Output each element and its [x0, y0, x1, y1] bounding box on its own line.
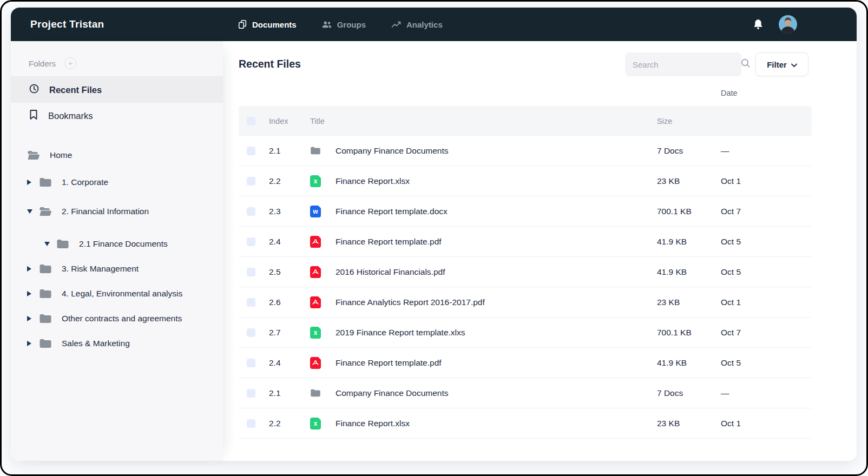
row-title[interactable]: Company Finance Documents	[336, 388, 657, 398]
app-title: Project Tristan	[30, 18, 104, 30]
tree-folder-item[interactable]: Home	[11, 143, 223, 168]
main-content: Recent Files Filter Date	[223, 41, 857, 461]
folder-icon	[310, 145, 321, 157]
docx-file-icon: w	[310, 206, 321, 217]
filter-button[interactable]: Filter	[755, 52, 808, 76]
row-index: 2.4	[269, 237, 310, 247]
row-checkbox[interactable]	[247, 359, 255, 367]
nav-groups-label: Groups	[337, 20, 366, 29]
row-checkbox[interactable]	[247, 207, 255, 216]
row-title[interactable]: Finance Report.xlsx	[336, 176, 657, 186]
table-row[interactable]: 2.1 x w Company Finance Documents 7 Docs…	[239, 378, 812, 408]
row-title[interactable]: Finance Report template.pdf	[336, 358, 657, 368]
bookmark-icon	[29, 109, 38, 122]
table-row[interactable]: 2.3 x w Finance Report template.docx 700…	[239, 196, 812, 227]
caret-icon[interactable]	[44, 242, 56, 246]
table-row[interactable]: 2.2 x w Finance Report.xlsx 23 KB Oct 1	[239, 408, 812, 439]
row-title[interactable]: Finance Analytics Report 2016-2017.pdf	[336, 298, 657, 307]
tree-folder-label: 2.1 Finance Documents	[79, 239, 168, 249]
folder-icon	[39, 288, 52, 299]
table-row[interactable]: 2.7 x w 2019 Finance Report template.xlx…	[239, 318, 812, 348]
caret-icon[interactable]	[27, 266, 39, 272]
row-checkbox[interactable]	[247, 147, 255, 155]
row-checkbox[interactable]	[247, 389, 255, 398]
row-date: —	[721, 146, 812, 156]
row-date: Oct 5	[721, 267, 812, 277]
folders-section-label: Folders	[29, 59, 56, 68]
header-size[interactable]: Size	[657, 117, 721, 125]
row-checkbox[interactable]	[247, 419, 255, 428]
folder-icon	[39, 206, 52, 217]
header-index[interactable]: Index	[269, 117, 310, 125]
row-checkbox[interactable]	[247, 268, 255, 276]
row-size: 23 KB	[657, 419, 721, 428]
row-title[interactable]: 2019 Finance Report template.xlxs	[336, 328, 657, 338]
chevron-down-icon	[791, 60, 797, 69]
row-index: 2.2	[269, 419, 310, 428]
row-checkbox[interactable]	[247, 177, 255, 186]
pdf-file-icon	[310, 236, 321, 248]
table-row[interactable]: 2.1 x w Company Finance Documents 7 Docs…	[239, 136, 812, 166]
tree-folder-label: 4. Legal, Environmental analysis	[62, 289, 182, 299]
table-header: Index Title Size	[239, 106, 812, 136]
tree-folder-label: 2. Financial Information	[62, 207, 149, 216]
plus-circle-icon[interactable]: +	[64, 57, 76, 69]
caret-icon[interactable]	[27, 209, 39, 214]
clock-icon	[29, 83, 40, 96]
row-size: 7 Docs	[657, 388, 721, 398]
pdf-file-icon	[310, 266, 321, 278]
date-column-label: Date	[721, 89, 738, 97]
sidebar-item-bookmarks[interactable]: Bookmarks	[11, 103, 223, 129]
row-checkbox[interactable]	[247, 328, 255, 337]
row-size: 41.9 KB	[657, 237, 721, 247]
bell-icon[interactable]	[752, 18, 765, 31]
table-row[interactable]: 2.5 x w 2016 Historical Financials.pdf 4…	[239, 257, 812, 287]
pdf-file-icon	[310, 296, 321, 308]
files-table: Index Title Size 2.1 x w	[239, 106, 812, 439]
select-all-checkbox[interactable]	[247, 117, 255, 125]
nav-analytics[interactable]: Analytics	[391, 19, 443, 29]
table-row[interactable]: 2.4 x w Finance Report template.pdf 41.9…	[239, 227, 812, 257]
caret-icon[interactable]	[27, 291, 39, 296]
folder-icon	[56, 239, 69, 249]
row-date: Oct 1	[721, 419, 812, 428]
tree-folder-item[interactable]: 1. Corporate	[11, 170, 223, 195]
nav-groups[interactable]: Groups	[321, 19, 366, 29]
row-index: 2.1	[269, 146, 310, 156]
tree-folder-item[interactable]: 4. Legal, Environmental analysis	[11, 281, 223, 306]
header-title[interactable]: Title	[310, 117, 657, 125]
tree-folder-item[interactable]: Other contracts and agreements	[11, 306, 223, 331]
row-title[interactable]: Company Finance Documents	[336, 146, 657, 156]
caret-icon[interactable]	[27, 316, 39, 321]
search-input[interactable]	[633, 60, 740, 69]
row-index: 2.2	[269, 176, 310, 186]
sidebar: Folders + Recent Files	[11, 41, 223, 461]
search-icon[interactable]	[740, 58, 751, 71]
row-checkbox[interactable]	[247, 298, 255, 307]
tree-folder-item[interactable]: 3. Risk Management	[11, 256, 223, 281]
caret-icon[interactable]	[27, 180, 39, 185]
xlsx-file-icon: x	[310, 418, 321, 429]
row-checkbox[interactable]	[247, 237, 255, 246]
tree-folder-item[interactable]: 2.1 Finance Documents	[11, 232, 223, 256]
user-avatar[interactable]	[779, 15, 797, 34]
row-title[interactable]: 2016 Historical Financials.pdf	[336, 267, 657, 277]
table-row[interactable]: 2.6 x w Finance Analytics Report 2016-20…	[239, 287, 812, 318]
folder-icon	[39, 263, 52, 274]
sidebar-item-recent-files[interactable]: Recent Files	[11, 77, 223, 103]
analytics-icon	[391, 19, 402, 29]
xlsx-file-icon: x	[310, 175, 321, 187]
caret-icon[interactable]	[27, 341, 39, 346]
row-title[interactable]: Finance Report template.pdf	[336, 237, 657, 247]
row-size: 23 KB	[657, 298, 721, 307]
row-title[interactable]: Finance Report.xlsx	[336, 419, 657, 428]
tree-folder-item[interactable]: 2. Financial Information	[11, 199, 223, 224]
row-title[interactable]: Finance Report template.docx	[336, 207, 657, 216]
nav-documents[interactable]: Documents	[238, 19, 297, 29]
tree-folder-item[interactable]: Sales & Marketing	[11, 331, 223, 356]
tree-folder-label: Other contracts and agreements	[62, 314, 182, 323]
table-row[interactable]: 2.2 x w Finance Report.xlsx 23 KB Oct 1	[239, 166, 812, 196]
table-row[interactable]: 2.4 x w Finance Report template.pdf 41.9…	[239, 348, 812, 378]
folder-icon	[39, 177, 52, 188]
row-index: 2.4	[269, 358, 310, 368]
